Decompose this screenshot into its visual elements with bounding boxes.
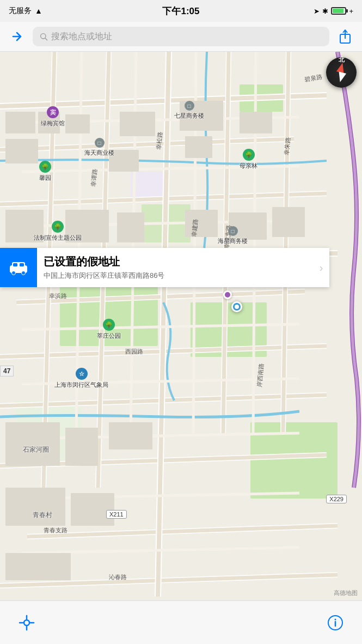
building2-icon: □ (95, 138, 105, 148)
svg-rect-90 (13, 263, 17, 266)
svg-line-1 (45, 38, 47, 40)
svg-point-99 (335, 618, 336, 620)
svg-rect-91 (20, 263, 24, 266)
card-icon-background (0, 248, 37, 287)
place-label-qingchun: 青春村 (33, 511, 52, 520)
battery-fill (333, 9, 343, 13)
svg-text:青春支路: 青春支路 (44, 527, 68, 533)
arrow-icon (10, 30, 23, 43)
place-marker-fazhi: 🌳 法制宣传主题公园 (34, 221, 82, 242)
place-marker-haixing: □ 海星商务楼 (218, 226, 248, 245)
bluetooth-icon: ✱ (322, 7, 328, 15)
svg-rect-64 (117, 212, 144, 242)
info-icon (327, 615, 343, 631)
svg-rect-65 (185, 210, 218, 237)
svg-text:西园路: 西园路 (125, 348, 143, 355)
svg-rect-60 (240, 112, 272, 133)
place-marker-qixiang: ☆ 上海市闵行区气象局 (54, 368, 108, 389)
share-button[interactable] (335, 26, 355, 47)
car-icon (9, 260, 28, 275)
building-icon: □ (185, 101, 194, 111)
battery-icon (331, 7, 346, 15)
svg-text:沁春路: 沁春路 (109, 574, 127, 580)
info-button[interactable] (322, 609, 349, 636)
place-label-lvmei: 绿梅宾馆 (41, 119, 65, 127)
location-button[interactable] (13, 609, 40, 636)
building3-icon: □ (228, 226, 238, 236)
svg-rect-54 (5, 112, 35, 133)
svg-rect-73 (71, 493, 114, 526)
place-marker-lvmei: 宾 绿梅宾馆 (41, 106, 65, 127)
place-marker-qingchun: 青春村 (33, 509, 52, 520)
svg-point-92 (24, 620, 29, 625)
card-chevron: › (313, 262, 329, 274)
place-label-shijia: 石家河圈 (23, 445, 49, 454)
place-marker-shijia: 石家河圈 (23, 444, 49, 454)
place-label-xinzhuang-park: 莘庄公园 (97, 332, 121, 340)
svg-rect-74 (5, 553, 71, 580)
status-bar: 无服务 ▲ 下午1:05 ➤ ✱ + (0, 0, 362, 22)
road-badge-x229: X229 (326, 495, 347, 503)
compass[interactable]: 北 (326, 57, 357, 88)
marker-current-location (231, 301, 242, 312)
marker-fake-location (223, 290, 232, 299)
bottom-bar (0, 600, 362, 644)
place-label-muqin: 母亲林 (240, 162, 257, 170)
map-background: 碧泉路 幸谭路 幸松路 幸建路 幸浜路 西园路 岸西南路 青春支路 沁春路 幸朱… (0, 52, 362, 644)
place-marker-xinzhuang-park: 🌳 莘庄公园 (97, 319, 121, 340)
back-button[interactable] (7, 26, 27, 47)
svg-rect-71 (109, 422, 152, 449)
place-label-xinyuan: 馨园 (39, 174, 51, 182)
svg-rect-57 (5, 139, 38, 163)
gov-icon: ☆ (76, 368, 88, 380)
place-marker-haitian: □ 海天商业楼 (84, 138, 114, 157)
search-icon (39, 32, 48, 41)
svg-rect-61 (185, 136, 212, 158)
map-container[interactable]: 碧泉路 幸谭路 幸松路 幸建路 幸浜路 西园路 岸西南路 青春支路 沁春路 幸朱… (0, 52, 362, 644)
hotel-icon: 宾 (47, 106, 59, 118)
road-badge-x211: X211 (106, 510, 127, 519)
search-placeholder: 搜索地点或地址 (51, 31, 112, 42)
navigation-icon: ➤ (314, 7, 320, 15)
card-subtitle: 中国上海市闵行区莘庄镇莘西南路86号 (44, 271, 306, 281)
place-marker-muqin: 🌳 母亲林 (240, 149, 257, 170)
park-icon-fazhi: 🌳 (52, 221, 64, 233)
svg-rect-58 (120, 112, 155, 136)
compass-south (336, 71, 346, 83)
svg-point-89 (22, 271, 26, 275)
svg-point-88 (12, 271, 16, 275)
status-left: 无服务 ▲ (9, 6, 42, 16)
road-number-47: 47 (0, 366, 14, 376)
svg-rect-72 (5, 488, 65, 526)
search-bar[interactable]: 搜索地点或地址 (33, 27, 329, 46)
card-text: 已设置的假地址 中国上海市闵行区莘庄镇莘西南路86号 (37, 254, 313, 281)
charging-icon: + (349, 7, 353, 15)
place-label-qixiang: 上海市闵行区气象局 (54, 381, 108, 389)
park-icon-xinzhuang: 🌳 (103, 319, 115, 331)
svg-rect-70 (65, 428, 98, 466)
park-icon-muqin: 🌳 (243, 149, 255, 161)
place-label-haixing: 海星商务楼 (218, 237, 248, 245)
place-label-qixing: 七星商务楼 (174, 112, 204, 120)
place-label-haitian: 海天商业楼 (84, 149, 114, 157)
wifi-icon: ▲ (35, 7, 42, 15)
compass-label: 北 (339, 56, 345, 64)
status-right: ➤ ✱ + (314, 7, 353, 15)
location-card[interactable]: 已设置的假地址 中国上海市闵行区莘庄镇莘西南路86号 › (0, 248, 329, 287)
place-marker-qixing: □ 七星商务楼 (174, 101, 204, 120)
svg-rect-67 (272, 207, 305, 237)
svg-text:幸浜路: 幸浜路 (49, 293, 67, 299)
carrier-text: 无服务 (9, 6, 32, 16)
svg-rect-56 (65, 114, 90, 133)
share-icon (339, 29, 352, 44)
place-label-fazhi: 法制宣传主题公园 (34, 234, 82, 242)
map-watermark: 高德地图 (334, 589, 358, 597)
nav-bar: 搜索地点或地址 (0, 22, 362, 52)
park-icon-xinyuan: 🌳 (39, 161, 51, 173)
location-icon (19, 615, 35, 631)
status-time: 下午1:05 (162, 5, 199, 17)
place-marker-xinyuan: 🌳 馨园 (39, 161, 51, 182)
compass-inner: 北 (332, 63, 351, 82)
card-title: 已设置的假地址 (44, 254, 306, 269)
